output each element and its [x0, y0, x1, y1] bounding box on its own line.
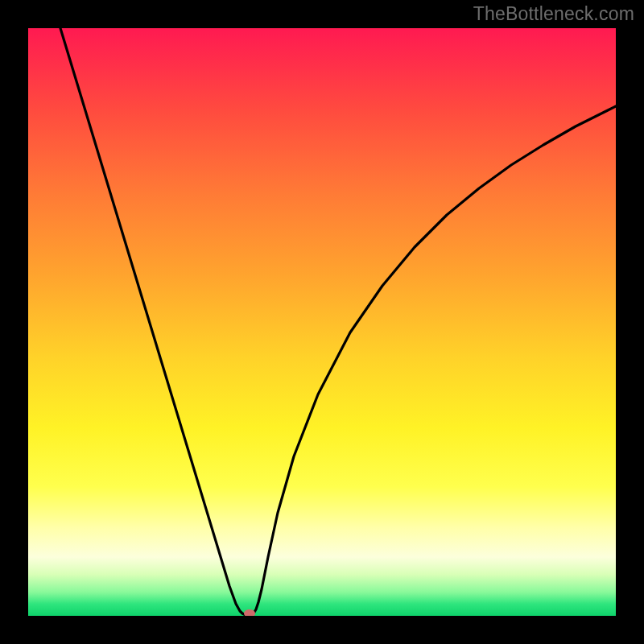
curve-svg	[28, 28, 616, 616]
watermark-text: TheBottleneck.com	[473, 3, 634, 25]
svg-point-0	[244, 609, 255, 616]
min-marker	[244, 609, 255, 616]
chart-frame: TheBottleneck.com	[0, 0, 644, 644]
plot-area	[28, 28, 616, 616]
bottleneck-curve	[60, 28, 616, 615]
